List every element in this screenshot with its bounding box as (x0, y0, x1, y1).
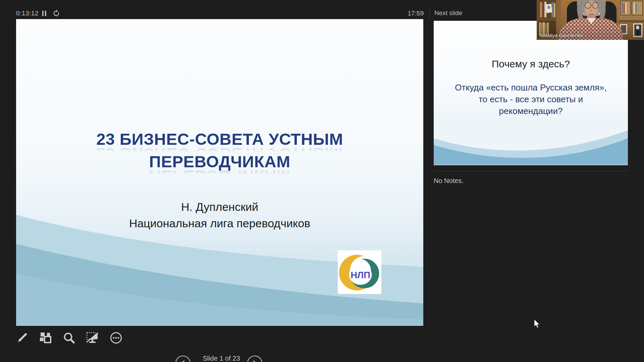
slide-title-line-1: 23 БИЗНЕС-СОВЕТА УСТНЫМ (16, 130, 423, 148)
next-slide-label: Next slide (434, 9, 462, 17)
next-slide-title: Почему я здесь? (434, 58, 628, 70)
magnify-button[interactable] (61, 329, 77, 347)
arrow-left-icon (175, 355, 191, 362)
slide-counter: Slide 1 of 23 (191, 355, 252, 362)
pen-icon (16, 332, 28, 344)
nlp-logo-letters: НЛП (351, 270, 370, 280)
wall-clock: 17:59 (404, 10, 424, 17)
nlp-logo: НЛП (338, 250, 381, 294)
next-slide-body-line-3: рекомендации? (434, 105, 628, 117)
blackout-screen-button[interactable] (85, 329, 101, 347)
presenter-toolbar (14, 329, 124, 347)
webcam-video[interactable]: Nataliya Gavrilenko (537, 0, 644, 40)
previous-slide-button[interactable] (175, 355, 191, 362)
notes-divider (434, 171, 628, 171)
slide-author-block: Н. Дупленский Национальная лига переводч… (16, 199, 423, 232)
slide-author: Н. Дупленский (16, 199, 423, 215)
notes-text: No Notes. (434, 177, 464, 185)
pause-icon (42, 10, 47, 16)
magnifier-icon (63, 332, 75, 344)
webcam-participant-name: Nataliya Gavrilenko (539, 33, 583, 38)
pause-timer-button[interactable] (42, 10, 47, 16)
elapsed-timer: 0:13:12 (16, 10, 39, 17)
slide-title: 23 БИЗНЕС-СОВЕТА УСТНЫМ ПЕРЕВОДЧИКАМ (16, 130, 423, 175)
blackout-screen-icon (86, 332, 99, 344)
slide-organization: Национальная лига переводчиков (16, 215, 423, 232)
next-slide-body: Откуда «есть пошла Русская земля», то ес… (434, 82, 628, 117)
pen-button[interactable] (14, 329, 30, 347)
mouse-cursor (534, 319, 541, 329)
header-divider (429, 6, 430, 19)
restart-icon (53, 10, 60, 17)
arrow-right-icon (247, 355, 263, 362)
all-slides-button[interactable] (38, 329, 54, 347)
more-options-button[interactable] (108, 329, 124, 347)
next-slide-body-line-2: то есть - все эти советы и (434, 94, 628, 105)
all-slides-icon (40, 332, 52, 344)
restart-timer-button[interactable] (53, 10, 60, 17)
presenter-view-window: { "header": { "timer": "0:13:12", "clock… (0, 0, 644, 362)
slide-title-line-2: ПЕРЕВОДЧИКАМ (16, 152, 423, 171)
more-options-icon (110, 331, 122, 344)
current-slide[interactable]: 23 БИЗНЕС-СОВЕТА УСТНЫМ ПЕРЕВОДЧИКАМ Н. … (16, 19, 423, 326)
next-slide-body-line-1: Откуда «есть пошла Русская земля», (434, 82, 628, 94)
next-slide-button[interactable] (247, 355, 263, 362)
next-slide-thumbnail[interactable]: Почему я здесь? Откуда «есть пошла Русск… (434, 21, 628, 165)
